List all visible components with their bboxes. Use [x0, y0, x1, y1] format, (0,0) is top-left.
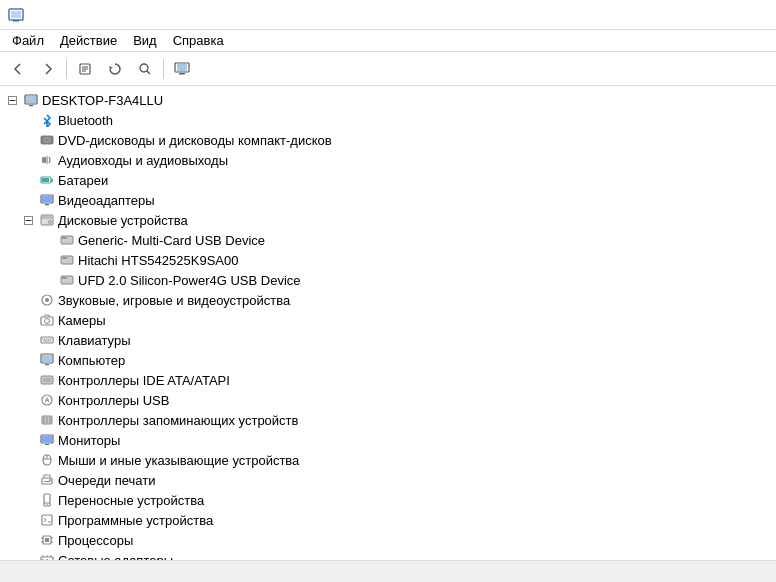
svg-rect-56 — [43, 417, 45, 423]
svg-rect-10 — [177, 64, 187, 71]
dvd-icon — [39, 132, 55, 148]
disks-label: Дисковые устройства — [58, 213, 188, 228]
toolbar-separator-1 — [66, 59, 67, 79]
tree-item-mice[interactable]: Мыши и иные указывающие устройства — [0, 450, 776, 470]
toolbar — [0, 52, 776, 86]
tree-root[interactable]: DESKTOP-F3A4LLU — [0, 90, 776, 110]
ufd-label: UFD 2.0 Silicon-Power4G USB Device — [78, 273, 301, 288]
tree-item-bluetooth[interactable]: Bluetooth — [0, 110, 776, 130]
tree-item-net-adapters[interactable]: Сетевые адаптеры — [0, 550, 776, 560]
camera-icon — [39, 312, 55, 328]
battery-icon — [39, 172, 55, 188]
tree-item-hitachi[interactable]: Hitachi HTS542525K9SA00 — [0, 250, 776, 270]
menu-item-file[interactable]: Файл — [4, 31, 52, 50]
svg-point-81 — [42, 559, 44, 560]
maximize-button[interactable] — [674, 0, 720, 30]
mem-ctrl-icon — [39, 412, 55, 428]
svg-rect-25 — [45, 204, 49, 205]
menu-item-help[interactable]: Справка — [165, 31, 232, 50]
svg-rect-61 — [45, 444, 49, 445]
net-adapters-label: Сетевые адаптеры — [58, 553, 173, 561]
sound-game-icon — [39, 292, 55, 308]
close-button[interactable] — [722, 0, 768, 30]
ide-icon — [39, 372, 55, 388]
computer-label: Компьютер — [58, 353, 125, 368]
svg-rect-1 — [11, 11, 21, 18]
tree-item-audio[interactable]: Аудиовходы и аудиовыходы — [0, 150, 776, 170]
svg-rect-29 — [42, 216, 52, 219]
disks-icon — [39, 212, 55, 228]
toolbar-back-button[interactable] — [4, 56, 32, 82]
tree-item-usb-card[interactable]: Generic- Multi-Card USB Device — [0, 230, 776, 250]
display-icon — [39, 192, 55, 208]
svg-rect-72 — [45, 538, 49, 542]
svg-rect-22 — [42, 178, 49, 182]
software-dev-label: Программные устройства — [58, 513, 213, 528]
monitors-label: Мониторы — [58, 433, 120, 448]
svg-rect-36 — [62, 277, 67, 279]
svg-rect-70 — [42, 515, 52, 525]
tree-item-ide[interactable]: Контроллеры IDE ATA/ATAPI — [0, 370, 776, 390]
title-bar — [0, 0, 776, 30]
toolbar-computer-button[interactable] — [168, 56, 196, 82]
tree-panel[interactable]: DESKTOP-F3A4LLUBluetoothDVD-дисководы и … — [0, 86, 776, 560]
camera-label: Камеры — [58, 313, 106, 328]
software-dev-icon — [39, 512, 55, 528]
tree-item-computer[interactable]: Компьютер — [0, 350, 776, 370]
toolbar-forward-button[interactable] — [34, 56, 62, 82]
tree-item-ufd[interactable]: UFD 2.0 Silicon-Power4G USB Device — [0, 270, 776, 290]
svg-rect-50 — [45, 364, 49, 365]
tree-item-monitors[interactable]: Мониторы — [0, 430, 776, 450]
display-label: Видеоадаптеры — [58, 193, 155, 208]
tree-item-keyboard[interactable]: Клавиатуры — [0, 330, 776, 350]
toolbar-separator-2 — [163, 59, 164, 79]
svg-point-66 — [49, 479, 51, 481]
toolbar-scan-button[interactable] — [131, 56, 159, 82]
svg-rect-65 — [44, 481, 50, 482]
svg-rect-57 — [46, 417, 48, 423]
tree-item-processor[interactable]: Процессоры — [0, 530, 776, 550]
mice-label: Мыши и иные указывающие устройства — [58, 453, 299, 468]
tree-item-dvd[interactable]: DVD-дисководы и дисководы компакт-дисков — [0, 130, 776, 150]
menu-item-view[interactable]: Вид — [125, 31, 165, 50]
keyboard-label: Клавиатуры — [58, 333, 131, 348]
svg-rect-51 — [41, 376, 53, 384]
portable-icon — [39, 492, 55, 508]
tree-item-portable[interactable]: Переносные устройства — [0, 490, 776, 510]
tree-item-mem-ctrl[interactable]: Контроллеры запоминающих устройств — [0, 410, 776, 430]
tree-item-disks[interactable]: Дисковые устройства — [0, 210, 776, 230]
svg-rect-49 — [42, 355, 52, 362]
title-bar-icon — [8, 7, 24, 23]
toolbar-properties-button[interactable] — [71, 56, 99, 82]
bluetooth-icon — [39, 112, 55, 128]
svg-rect-42 — [42, 339, 44, 340]
svg-point-69 — [46, 504, 47, 505]
svg-rect-16 — [29, 105, 33, 106]
mem-ctrl-label: Контроллеры запоминающих устройств — [58, 413, 298, 428]
toolbar-update-button[interactable] — [101, 56, 129, 82]
title-bar-controls — [626, 0, 768, 30]
tree-item-print-queue[interactable]: Очереди печати — [0, 470, 776, 490]
usb-card-label: Generic- Multi-Card USB Device — [78, 233, 265, 248]
svg-rect-24 — [42, 196, 52, 202]
tree-item-display[interactable]: Видеоадаптеры — [0, 190, 776, 210]
svg-rect-43 — [44, 339, 46, 340]
svg-rect-34 — [62, 257, 67, 259]
processor-icon — [39, 532, 55, 548]
tree-item-sound-game[interactable]: Звуковые, игровые и видеоустройства — [0, 290, 776, 310]
tree-item-camera[interactable]: Камеры — [0, 310, 776, 330]
ide-label: Контроллеры IDE ATA/ATAPI — [58, 373, 230, 388]
portable-label: Переносные устройства — [58, 493, 204, 508]
svg-rect-45 — [48, 339, 50, 340]
menu-item-action[interactable]: Действие — [52, 31, 125, 50]
svg-rect-19 — [42, 157, 46, 163]
tree-item-software-dev[interactable]: Программные устройства — [0, 510, 776, 530]
audio-label: Аудиовходы и аудиовыходы — [58, 153, 228, 168]
audio-icon — [39, 152, 55, 168]
tree-item-battery[interactable]: Батареи — [0, 170, 776, 190]
svg-rect-47 — [43, 341, 51, 342]
minimize-button[interactable] — [626, 0, 672, 30]
tree-item-usb-ctrl[interactable]: Контроллеры USB — [0, 390, 776, 410]
usb-ctrl-icon — [39, 392, 55, 408]
keyboard-icon — [39, 332, 55, 348]
